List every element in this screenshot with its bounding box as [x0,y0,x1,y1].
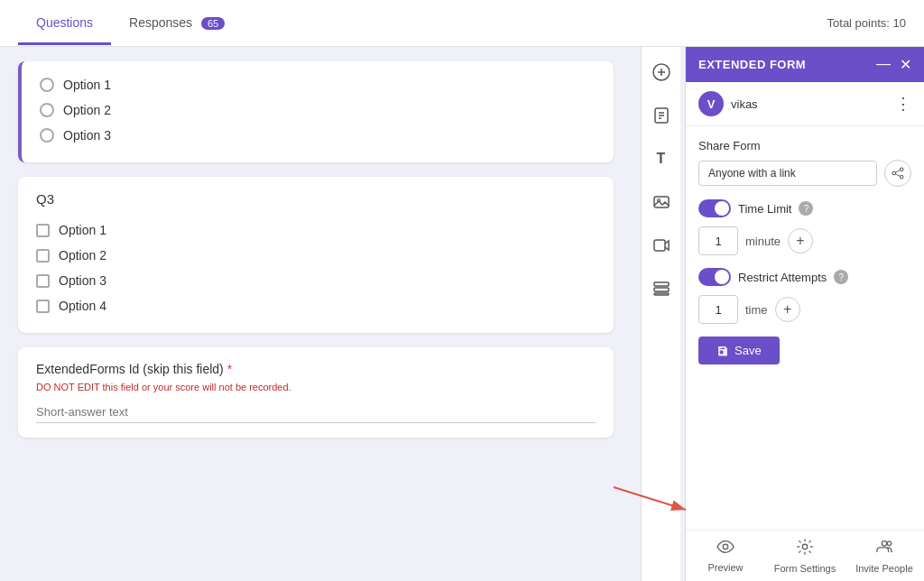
q2-card: Option 1 Option 2 Option 3 [18,61,614,162]
save-button[interactable]: Save [698,337,780,364]
form-settings-button[interactable]: Form Settings [765,530,845,581]
time-plus-button[interactable]: + [788,228,813,254]
invite-icon [875,538,893,560]
preview-button[interactable]: Preview [686,530,765,581]
svg-point-13 [900,168,903,171]
restrict-attempts-label: Restrict Attempts [738,271,827,284]
ext-panel-actions: — ✕ [876,56,911,73]
checkbox-option3[interactable] [36,274,50,288]
restrict-info-icon[interactable]: ? [834,270,848,284]
user-info: V vikas [698,91,758,116]
list-item: Option 4 [36,293,596,318]
checkbox-option1[interactable] [36,224,50,237]
ef-short-answer-input[interactable] [36,401,596,423]
section-icon[interactable] [647,274,676,303]
svg-line-16 [896,174,901,177]
user-name: vikas [731,97,758,111]
restrict-attempts-row: Restrict Attempts ? [698,268,911,286]
required-indicator: * [227,362,232,376]
questions-area: Option 1 Option 2 Option 3 Q3 Option 1 O… [0,47,632,581]
share-select-row: Anyone with a link [698,160,911,187]
svg-point-14 [892,171,896,175]
list-item: Option 3 [40,123,596,148]
ef-title: ExtendedForms Id (skip this field)* [36,362,596,376]
time-limit-info-icon[interactable]: ? [799,201,813,216]
settings-icon [796,538,814,560]
svg-line-17 [896,171,901,173]
share-select[interactable]: Anyone with a link [698,161,877,186]
tab-responses[interactable]: Responses 65 [111,3,243,45]
import-icon[interactable] [647,101,676,130]
radio-option1[interactable] [40,78,54,92]
radio-option2[interactable] [40,103,54,117]
user-row: V vikas ⋮ [686,82,924,126]
header: Questions Responses 65 Total points: 10 [0,0,924,47]
right-toolbar: T [641,47,680,581]
checkbox-option2[interactable] [36,249,50,263]
list-item: Option 1 [40,72,596,97]
share-label: Share Form [698,139,911,152]
list-item: Option 1 [36,217,596,243]
ext-body: Share Form Anyone with a link Time Limit… [686,126,924,530]
svg-rect-10 [654,282,669,286]
ext-panel-title: EXTENDED FORM [698,58,806,71]
ext-bottom-bar: Preview Form Settings Invite People [686,530,924,581]
add-icon[interactable] [647,58,676,87]
checkbox-option4[interactable] [36,300,50,313]
share-icon-button[interactable] [884,160,911,187]
list-item: Option 3 [36,268,596,293]
restrict-value-row: time + [698,295,911,324]
q3-card: Q3 Option 1 Option 2 Option 3 Option 4 [18,177,614,333]
main-area: Option 1 Option 2 Option 3 Q3 Option 1 O… [0,47,924,581]
video-icon[interactable] [647,231,676,260]
minimize-button[interactable]: — [876,56,891,73]
svg-point-15 [900,175,903,179]
close-button[interactable]: ✕ [900,56,911,73]
tab-questions[interactable]: Questions [18,3,111,45]
restrict-attempts-toggle[interactable] [698,268,731,286]
responses-badge: 65 [201,17,225,30]
extended-form-panel: EXTENDED FORM — ✕ V vikas ⋮ Share Form A… [685,47,924,581]
avatar: V [698,91,724,116]
svg-point-20 [887,541,892,546]
preview-icon [716,539,735,559]
invite-people-button[interactable]: Invite People [845,530,924,581]
svg-point-19 [802,544,807,549]
ext-panel-header: EXTENDED FORM — ✕ [686,47,924,82]
total-points: Total points: 10 [827,16,906,30]
image-icon[interactable] [647,188,676,217]
restrict-unit-label: time [745,303,768,317]
time-limit-value-row: minute + [698,226,911,255]
svg-rect-11 [654,288,669,291]
text-icon[interactable]: T [647,144,676,173]
tabs: Questions Responses 65 [18,2,243,44]
svg-rect-9 [654,240,665,251]
restrict-plus-button[interactable]: + [775,297,800,322]
restrict-input[interactable] [698,295,738,324]
time-limit-row: Time Limit ? [698,199,911,217]
radio-option3[interactable] [40,128,54,143]
ef-warning: DO NOT EDIT this field or your score wil… [36,382,596,392]
svg-point-18 [723,544,727,549]
more-button[interactable]: ⋮ [895,94,911,114]
list-item: Option 2 [40,97,596,123]
time-limit-input[interactable] [698,226,738,255]
list-item: Option 2 [36,243,596,268]
q3-label: Q3 [36,191,596,207]
time-unit-label: minute [745,235,781,248]
svg-rect-12 [654,293,669,295]
svg-rect-7 [654,197,669,208]
ef-card: ExtendedForms Id (skip this field)* DO N… [18,347,614,438]
time-limit-label: Time Limit [738,202,791,216]
time-limit-toggle[interactable] [698,199,731,217]
